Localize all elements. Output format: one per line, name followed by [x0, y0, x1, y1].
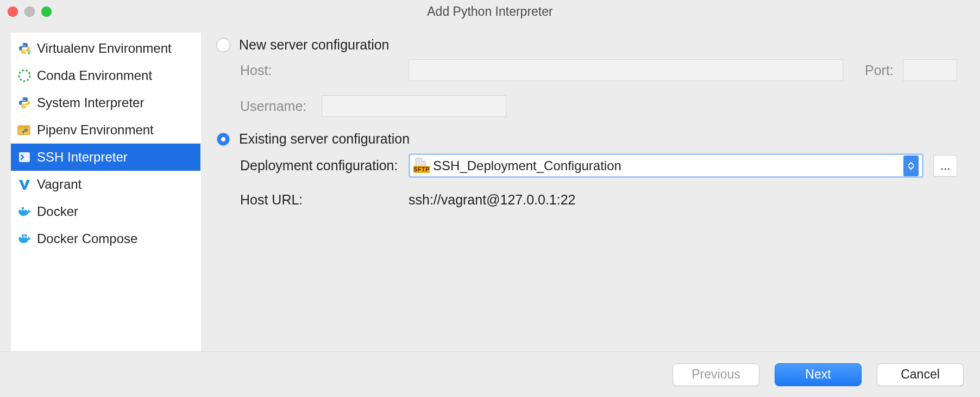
main-panel: New server configuration Host: Port: Use…: [201, 33, 969, 351]
svg-rect-7: [18, 126, 30, 128]
svg-point-4: [22, 98, 23, 99]
host-url-label: Host URL:: [240, 192, 409, 208]
svg-text:V: V: [27, 49, 31, 55]
svg-rect-8: [19, 152, 30, 162]
footer: Previous Next Cancel: [0, 351, 980, 397]
docker-compose-icon: [17, 233, 32, 245]
sidebar-item-ssh[interactable]: SSH Interpreter: [11, 144, 200, 171]
previous-button: Previous: [673, 363, 759, 386]
svg-rect-12: [22, 207, 24, 209]
svg-rect-16: [22, 234, 24, 237]
sidebar: V Virtualenv Environment Conda Environme…: [11, 33, 201, 351]
sidebar-item-label: Docker Compose: [37, 231, 137, 246]
new-server-label: New server configuration: [239, 37, 390, 53]
sidebar-item-label: SSH Interpreter: [37, 150, 128, 165]
host-input: [409, 59, 843, 81]
sidebar-item-docker-compose[interactable]: Docker Compose: [11, 225, 200, 252]
svg-point-1: [26, 52, 27, 53]
existing-server-label: Existing server configuration: [239, 131, 410, 147]
sidebar-item-label: System Interpreter: [37, 95, 144, 110]
sidebar-item-conda[interactable]: Conda Environment: [11, 62, 200, 89]
sidebar-item-label: Vagrant: [37, 177, 81, 192]
window-title: Add Python Interpreter: [0, 4, 980, 19]
cancel-button[interactable]: Cancel: [877, 363, 964, 386]
sidebar-item-label: Conda Environment: [37, 68, 152, 83]
sidebar-item-label: Virtualenv Environment: [37, 41, 172, 56]
radio-new-server[interactable]: [216, 38, 230, 52]
content: V Virtualenv Environment Conda Environme…: [0, 23, 980, 351]
conda-icon: [17, 69, 32, 82]
dropdown-arrows-icon: [903, 156, 919, 176]
sidebar-item-pipenv[interactable]: Pipenv Environment: [11, 116, 200, 144]
deployment-config-value: SSH_Deployment_Configuration: [430, 158, 903, 173]
sidebar-item-vagrant[interactable]: Vagrant: [11, 171, 200, 198]
terminal-icon: [17, 151, 32, 163]
svg-rect-17: [24, 234, 27, 237]
radio-existing-server[interactable]: [216, 132, 230, 146]
sidebar-item-virtualenv[interactable]: V Virtualenv Environment: [11, 35, 200, 62]
deployment-config-dropdown[interactable]: SFTP SSH_Deployment_Configuration: [409, 153, 924, 178]
sidebar-item-label: Pipenv Environment: [37, 122, 154, 138]
python-icon: [17, 96, 32, 109]
sidebar-item-system[interactable]: System Interpreter: [11, 89, 200, 116]
sftp-icon: SFTP: [413, 158, 430, 173]
host-label: Host:: [240, 63, 409, 78]
new-server-radio-row[interactable]: New server configuration: [216, 37, 957, 53]
host-url-value: ssh://vagrant@127.0.0.1:22: [409, 192, 576, 208]
new-server-form: Host: Port: Username:: [216, 59, 957, 117]
svg-point-5: [26, 107, 27, 108]
docker-icon: [17, 206, 32, 218]
deployment-config-label: Deployment configuration:: [240, 158, 409, 173]
browse-button[interactable]: ...: [933, 155, 957, 177]
port-input: [903, 59, 957, 81]
existing-server-radio-row[interactable]: Existing server configuration: [216, 131, 957, 147]
titlebar: Add Python Interpreter: [0, 0, 980, 23]
next-button[interactable]: Next: [775, 363, 862, 386]
svg-point-0: [22, 44, 23, 45]
sidebar-item-docker[interactable]: Docker: [11, 198, 200, 225]
pipenv-icon: [17, 123, 32, 137]
username-label: Username:: [240, 98, 322, 114]
existing-server-form: Deployment configuration: SFTP SSH_Deplo…: [216, 153, 957, 208]
sidebar-item-label: Docker: [37, 204, 78, 219]
port-label: Port:: [865, 63, 903, 78]
svg-point-3: [19, 70, 30, 81]
username-input: [322, 95, 506, 117]
python-venv-icon: V: [17, 42, 32, 55]
vagrant-icon: [17, 178, 32, 191]
